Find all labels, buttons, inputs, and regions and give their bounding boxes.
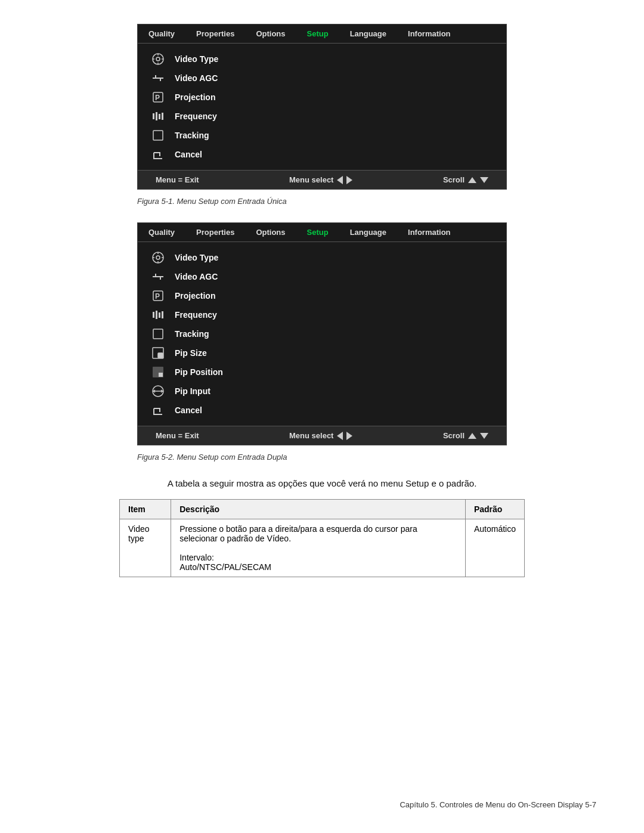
pip-position-label: Pip Position <box>175 367 223 377</box>
col-header-descricao: Descrição <box>171 500 466 519</box>
footer-scroll-2: Scroll <box>443 431 488 440</box>
footer-select-1: Menu select <box>289 175 352 184</box>
intro-text: A tabela a seguir mostra as opções que v… <box>48 478 596 488</box>
footer-select-2: Menu select <box>289 431 352 440</box>
col-header-padrao: Padrão <box>465 500 524 519</box>
p-icon-1: P <box>150 91 166 104</box>
osd-row-cancel-1: Cancel <box>138 145 506 164</box>
projection-label-1: Projection <box>175 92 215 102</box>
menu-select-label-2: Menu select <box>289 431 333 440</box>
osd-row-video-type-2: Video Type <box>138 248 506 267</box>
osd-row-tracking-2: Tracking <box>138 324 506 343</box>
osd-menu-2: Quality Properties Options Setup Languag… <box>137 222 507 445</box>
scroll-label-1: Scroll <box>443 175 465 184</box>
osd-tabs-2: Quality Properties Options Setup Languag… <box>138 223 506 242</box>
footer-menu-1: Menu = Exit <box>156 175 199 184</box>
svg-rect-11 <box>153 113 154 119</box>
osd-footer-1: Menu = Exit Menu select Scroll <box>138 170 506 189</box>
tab-information-1[interactable]: Information <box>397 24 462 43</box>
svg-rect-15 <box>153 131 163 140</box>
osd-row-cancel-2: Cancel <box>138 401 506 420</box>
menu-select-label-1: Menu select <box>289 175 333 184</box>
setup-table: Item Descrição Padrão Video type Pressio… <box>119 499 525 577</box>
osd-row-projection-2: P Projection <box>138 286 506 305</box>
tab-setup-2[interactable]: Setup <box>296 223 339 241</box>
frequency-icon-2 <box>150 308 166 321</box>
cancel-icon-1 <box>150 148 166 161</box>
svg-rect-14 <box>162 113 163 120</box>
cell-padrao: Automático <box>465 519 524 577</box>
svg-rect-31 <box>153 329 163 339</box>
scroll-down-arrow-2[interactable] <box>480 433 488 439</box>
pip-size-label: Pip Size <box>175 348 207 358</box>
select-right-arrow-1[interactable] <box>346 176 352 184</box>
scroll-down-arrow-1[interactable] <box>480 177 488 183</box>
cell-item: Video type <box>120 519 171 577</box>
cell-descricao: Pressione o botão para a direita/para a … <box>171 519 466 577</box>
osd-row-pip-input: Pip Input <box>138 382 506 401</box>
svg-rect-33 <box>158 353 163 358</box>
agc-icon-2 <box>150 270 166 283</box>
osd-menu-1: Quality Properties Options Setup Languag… <box>137 24 507 190</box>
osd-body-2: Video Type Video AGC P <box>138 242 506 426</box>
video-type-label-2: Video Type <box>175 253 218 262</box>
select-right-arrow-2[interactable] <box>346 432 352 440</box>
osd-row-pip-position: Pip Position <box>138 363 506 382</box>
osd-tabs-1: Quality Properties Options Setup Languag… <box>138 24 506 44</box>
svg-rect-29 <box>159 312 160 318</box>
caption-1: Figura 5-1. Menu Setup com Entrada Única <box>137 197 507 206</box>
table-row: Video type Pressione o botão para a dire… <box>120 519 525 577</box>
tab-options-2[interactable]: Options <box>245 223 296 241</box>
frequency-icon-1 <box>150 110 166 123</box>
select-left-arrow-1[interactable] <box>337 176 343 184</box>
agc-icon-1 <box>150 72 166 85</box>
svg-point-17 <box>156 256 160 259</box>
tracking-label-2: Tracking <box>175 329 209 339</box>
svg-rect-12 <box>156 112 157 120</box>
table-section: A tabela a seguir mostra as opções que v… <box>48 478 596 577</box>
footer-menu-2: Menu = Exit <box>156 431 199 440</box>
tab-quality-1[interactable]: Quality <box>138 24 185 43</box>
frequency-label-2: Frequency <box>175 310 217 320</box>
scroll-label-2: Scroll <box>443 431 465 440</box>
osd-row-projection-1: P Projection <box>138 88 506 107</box>
video-type-label-1: Video Type <box>175 54 218 64</box>
pip-position-icon <box>150 366 166 379</box>
tab-quality-2[interactable]: Quality <box>138 223 185 241</box>
cancel-label-1: Cancel <box>175 150 202 159</box>
select-left-arrow-2[interactable] <box>337 432 343 440</box>
video-agc-label-1: Video AGC <box>175 73 218 83</box>
tab-properties-1[interactable]: Properties <box>185 24 245 43</box>
svg-rect-35 <box>159 373 163 377</box>
projection-label-2: Projection <box>175 291 215 301</box>
svg-point-1 <box>156 57 160 61</box>
pip-size-icon <box>150 346 166 360</box>
tab-information-2[interactable]: Information <box>397 223 462 241</box>
tab-language-1[interactable]: Language <box>339 24 397 43</box>
viewfinder-icon-1 <box>150 52 166 66</box>
menu-exit-label-2: Menu = Exit <box>156 431 199 440</box>
svg-rect-13 <box>159 114 160 119</box>
scroll-up-arrow-2[interactable] <box>468 433 476 439</box>
scroll-up-arrow-1[interactable] <box>468 177 476 183</box>
svg-rect-28 <box>156 311 157 319</box>
osd-row-video-agc-2: Video AGC <box>138 267 506 286</box>
cancel-icon-2 <box>150 404 166 417</box>
descricao-text: Pressione o botão para a direita/para a … <box>179 524 417 572</box>
pip-input-label: Pip Input <box>175 386 210 396</box>
cancel-label-2: Cancel <box>175 405 202 415</box>
tab-options-1[interactable]: Options <box>245 24 296 43</box>
page-footer: Capítulo 5. Controles de Menu do On-Scre… <box>400 800 596 809</box>
pip-input-icon <box>150 385 166 398</box>
frequency-label-1: Frequency <box>175 112 217 121</box>
p-icon-2: P <box>150 289 166 302</box>
tab-language-2[interactable]: Language <box>339 223 397 241</box>
svg-text:P: P <box>155 94 160 102</box>
tab-setup-1[interactable]: Setup <box>296 24 339 43</box>
video-agc-label-2: Video AGC <box>175 272 218 281</box>
col-header-item: Item <box>120 500 171 519</box>
osd-row-video-type-1: Video Type <box>138 49 506 69</box>
svg-text:P: P <box>155 292 160 301</box>
svg-rect-30 <box>162 311 163 318</box>
tab-properties-2[interactable]: Properties <box>185 223 245 241</box>
